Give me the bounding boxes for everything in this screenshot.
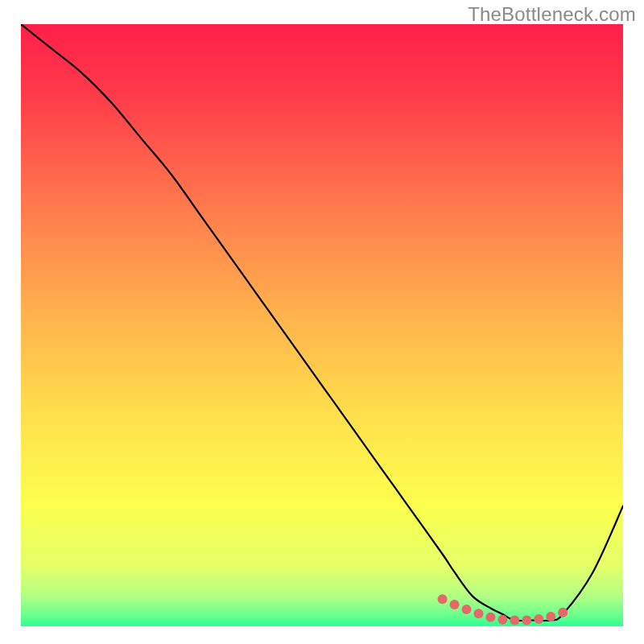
optimum-marker xyxy=(497,615,507,625)
optimum-marker xyxy=(510,616,519,625)
optimum-marker xyxy=(534,614,543,624)
optimum-marker xyxy=(450,600,460,609)
optimum-marker xyxy=(462,605,472,614)
optimum-marker xyxy=(438,594,448,604)
optimum-marker xyxy=(546,612,555,621)
watermark-text: TheBottleneck.com xyxy=(468,3,636,26)
plot-area xyxy=(21,24,623,626)
optimum-marker xyxy=(558,608,568,617)
optimum-marker xyxy=(485,613,495,622)
optimum-marker xyxy=(522,616,531,625)
chart-container: TheBottleneck.com xyxy=(0,0,644,644)
gradient-background xyxy=(21,24,623,626)
chart-svg xyxy=(21,24,623,626)
optimum-marker xyxy=(473,609,483,618)
